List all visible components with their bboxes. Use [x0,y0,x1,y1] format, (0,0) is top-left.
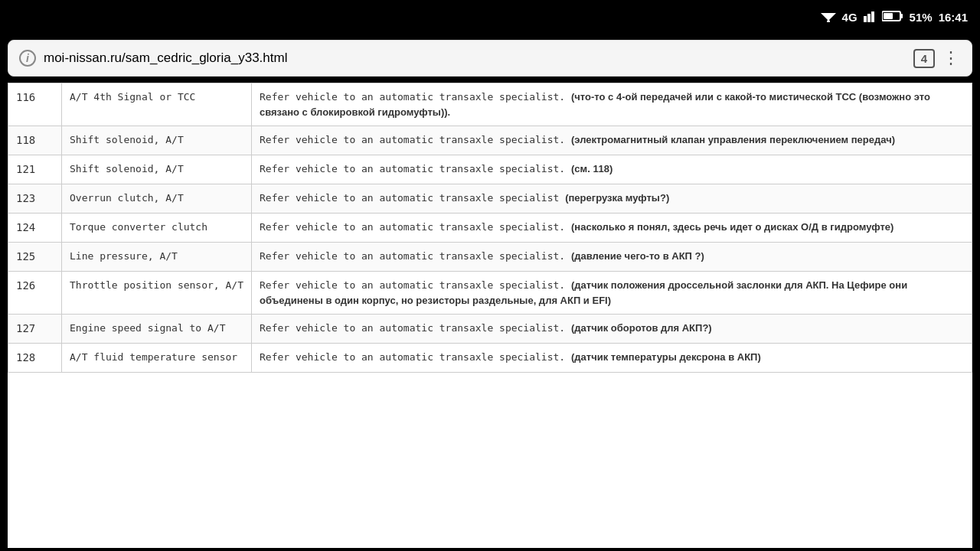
svg-rect-6 [900,14,903,18]
table-row: 127Engine speed signal to A/TRefer vehic… [8,315,972,344]
desc-en: Refer vehicle to an automatic transaxle … [260,279,565,291]
desc-ru: (перегрузка муфты?) [565,192,669,204]
table-row: 121Shift solenoid, A/TRefer vehicle to a… [8,155,972,184]
svg-rect-3 [867,14,871,22]
row-name: Throttle position sensor, A/T [62,272,252,315]
clock: 16:41 [939,11,968,24]
diagnostic-table: 116A/T 4th Signal or TCCRefer vehicle to… [8,83,972,373]
row-name: Engine speed signal to A/T [62,315,252,344]
row-name: A/T 4th Signal or TCC [62,83,252,126]
row-number: 128 [8,344,62,373]
table-row: 123Overrun clutch, A/TRefer vehicle to a… [8,184,972,214]
svg-point-1 [827,20,830,22]
row-number: 125 [8,243,62,272]
row-name: Shift solenoid, A/T [62,126,252,155]
desc-ru: (см. 118) [571,163,612,174]
row-description: Refer vehicle to an automatic transaxle … [251,243,972,272]
table-row: 124Torque converter clutchRefer vehicle … [8,214,972,243]
row-description: Refer vehicle to an automatic transaxle … [251,184,972,214]
table-row: 116A/T 4th Signal or TCCRefer vehicle to… [8,83,972,126]
tab-count-badge[interactable]: 4 [913,49,935,68]
row-number: 127 [8,315,62,344]
row-number: 121 [8,155,62,184]
battery-icon [882,10,903,24]
row-name: Torque converter clutch [62,214,252,243]
desc-ru: (давление чего-то в АКП ?) [571,250,704,262]
desc-ru: (электромагнитный клапан управления пере… [571,134,895,145]
table-row: 125Line pressure, A/TRefer vehicle to an… [8,243,972,272]
row-number: 126 [8,272,62,315]
row-number: 124 [8,214,62,243]
browser-menu-button[interactable]: ⋮ [942,48,961,68]
status-bar: 4G 51% 16:41 [0,0,980,34]
signal-4g: 4G [842,11,858,24]
row-name: Overrun clutch, A/T [62,184,252,214]
row-description: Refer vehicle to an automatic transaxle … [251,272,972,315]
table-row: 118Shift solenoid, A/TRefer vehicle to a… [8,126,972,155]
row-description: Refer vehicle to an automatic transaxle … [251,83,972,126]
desc-en: Refer vehicle to an automatic transaxle … [260,163,565,174]
row-description: Refer vehicle to an automatic transaxle … [251,315,972,344]
row-description: Refer vehicle to an automatic transaxle … [251,214,972,243]
browser-address-bar[interactable]: i moi-nissan.ru/sam_cedric_gloria_y33.ht… [8,40,972,77]
desc-en: Refer vehicle to an automatic transaxle … [260,134,565,145]
url-host: moi-nissan.ru/ [44,51,126,65]
desc-ru: (насколько я понял, здесь речь идет о ди… [571,221,893,233]
row-description: Refer vehicle to an automatic transaxle … [251,155,972,184]
info-icon: i [19,50,36,67]
table-row: 128A/T fluid temperature sensorRefer veh… [8,344,972,373]
table-row: 126Throttle position sensor, A/TRefer ve… [8,272,972,315]
signal-bars-icon [864,10,876,24]
svg-rect-2 [864,16,867,22]
desc-ru: (датчик температуры дексрона в АКП) [571,351,761,363]
row-number: 116 [8,83,62,126]
row-name: A/T fluid temperature sensor [62,344,252,373]
desc-en: Refer vehicle to an automatic transaxle … [260,91,565,103]
desc-en: Refer vehicle to an automatic transaxle … [260,192,559,204]
url-display[interactable]: moi-nissan.ru/sam_cedric_gloria_y33.html [44,51,906,66]
row-number: 123 [8,184,62,214]
row-name: Shift solenoid, A/T [62,155,252,184]
desc-en: Refer vehicle to an automatic transaxle … [260,221,565,233]
svg-rect-7 [884,13,893,19]
row-number: 118 [8,126,62,155]
desc-en: Refer vehicle to an automatic transaxle … [260,250,565,262]
battery-percent: 51% [910,11,933,24]
desc-ru: (датчик оборотов для АКП?) [571,322,712,334]
web-content: 116A/T 4th Signal or TCCRefer vehicle to… [8,83,972,548]
svg-rect-4 [871,11,874,22]
desc-en: Refer vehicle to an automatic transaxle … [260,322,565,334]
row-description: Refer vehicle to an automatic transaxle … [251,344,972,373]
wifi-icon [821,10,836,24]
svg-marker-0 [821,13,836,21]
desc-en: Refer vehicle to an automatic transaxle … [260,351,565,363]
url-path: sam_cedric_gloria_y33.html [126,51,288,65]
row-description: Refer vehicle to an automatic transaxle … [251,126,972,155]
row-name: Line pressure, A/T [62,243,252,272]
